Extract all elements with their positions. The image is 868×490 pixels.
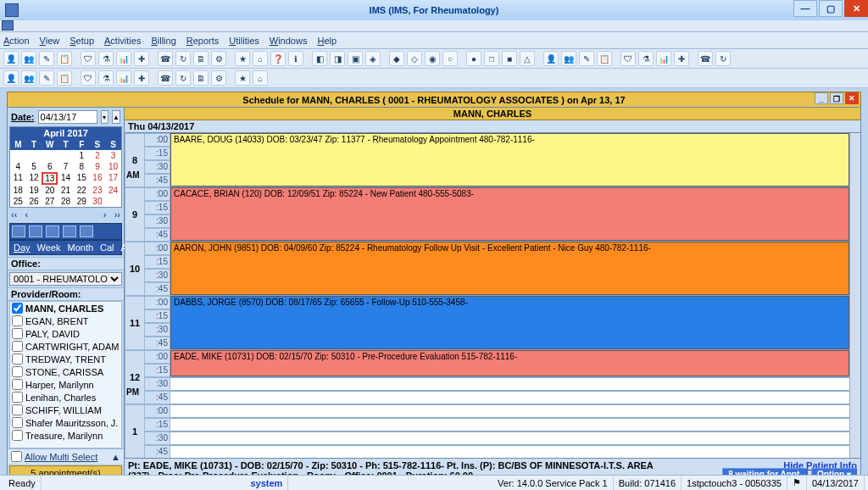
cal-day[interactable]: 17 <box>105 172 121 185</box>
appointment[interactable]: BAARE, DOUG (14033) DOB: 03/23/47 Zip: 1… <box>170 133 849 187</box>
toolbar-icon[interactable]: ❓ <box>270 51 286 66</box>
time-slot[interactable] <box>170 404 860 418</box>
toolbar-icon[interactable]: ℹ <box>288 51 303 66</box>
close-button[interactable]: ✕ <box>844 0 868 17</box>
date-spin-button[interactable]: ▲ <box>112 110 120 124</box>
view-tab-month[interactable]: Month <box>65 242 95 253</box>
cal-day[interactable]: 20 <box>42 185 58 196</box>
toolbar-icon[interactable]: ✚ <box>134 70 149 86</box>
minimize-button[interactable]: — <box>793 0 817 17</box>
cal-day[interactable]: 11 <box>10 172 26 185</box>
provider-checkbox[interactable] <box>12 392 23 403</box>
toolbar-icon[interactable]: ⚙ <box>211 51 226 66</box>
toolbar-icon[interactable]: 📋 <box>597 51 612 66</box>
toolbar-icon[interactable]: ⚗ <box>638 51 654 66</box>
toolbar-icon[interactable]: ✚ <box>134 51 149 66</box>
toolbar-icon[interactable]: ● <box>466 51 481 66</box>
cal-day[interactable]: 2 <box>90 150 106 161</box>
provider-item[interactable]: Shafer Mauritzsson, J. <box>10 416 121 429</box>
toolbar-icon[interactable]: ○ <box>442 51 458 66</box>
time-slot[interactable] <box>170 445 860 458</box>
date-dropdown-button[interactable]: ▾ <box>101 110 109 124</box>
schedule-scrollbar[interactable] <box>849 133 860 458</box>
office-dropdown[interactable]: 0001 - RHEUMATOLOGY ASSOCIATES <box>9 272 122 286</box>
toolbar-icon[interactable]: 👥 <box>561 51 576 66</box>
cal-day[interactable]: 27 <box>42 196 58 207</box>
cal-day[interactable]: 7 <box>58 161 74 172</box>
provider-checkbox[interactable] <box>12 354 23 365</box>
provider-item[interactable]: SCHIFF, WILLIAM <box>10 404 121 416</box>
menu-billing[interactable]: Billing <box>151 36 175 46</box>
cal-day[interactable]: 26 <box>26 196 42 207</box>
view-tab-week[interactable]: Week <box>36 242 63 253</box>
cal-day[interactable]: 10 <box>105 161 121 172</box>
toolbar-icon[interactable]: 📋 <box>57 51 72 66</box>
cal-day[interactable]: 23 <box>90 185 106 196</box>
toolbar-icon[interactable]: ☎ <box>698 51 713 66</box>
toolbar-icon[interactable]: ◉ <box>425 51 440 66</box>
toolbar-icon[interactable]: ☎ <box>158 51 173 66</box>
calendar[interactable]: April 2017 MTWTFSS1234567891011121314151… <box>9 126 122 208</box>
cal-day[interactable]: 19 <box>26 185 42 196</box>
toolbar-icon[interactable]: 👥 <box>21 51 36 66</box>
allow-multi-select[interactable]: Allow Multi Select ▲ <box>8 448 124 464</box>
toolbar-icon[interactable]: 👥 <box>21 70 36 86</box>
menu-help[interactable]: Help <box>317 36 337 46</box>
provider-item[interactable]: PALY, DAVID <box>10 327 121 340</box>
toolbar-icon[interactable]: ◈ <box>365 51 381 66</box>
cal-day[interactable]: 1 <box>74 150 90 161</box>
toolbar-icon[interactable]: 👤 <box>3 70 19 86</box>
cal-day[interactable]: 9 <box>90 161 106 172</box>
cal-day[interactable]: 6 <box>42 161 58 172</box>
toolbar-icon[interactable]: ✎ <box>579 51 594 66</box>
toolbar-icon[interactable]: 📊 <box>116 51 131 66</box>
provider-item[interactable]: TREDWAY, TRENT <box>10 353 121 365</box>
view-icon-4[interactable] <box>63 226 76 237</box>
toolbar-icon[interactable]: 👤 <box>3 51 19 66</box>
toolbar-icon[interactable]: ✎ <box>39 51 54 66</box>
provider-item[interactable]: Harper, Marilynn <box>10 378 121 391</box>
maximize-button[interactable]: ▢ <box>819 0 843 17</box>
toolbar-icon[interactable]: ↻ <box>175 51 191 66</box>
cal-day[interactable]: 14 <box>58 172 74 185</box>
toolbar-icon[interactable]: ↻ <box>175 70 191 86</box>
provider-checkbox[interactable] <box>12 366 23 377</box>
toolbar-icon[interactable]: ◆ <box>389 51 404 66</box>
provider-item[interactable]: Treasure, Marilynn <box>10 429 121 442</box>
toolbar-icon[interactable]: ▣ <box>348 51 363 66</box>
schedule-scroll[interactable]: AM PM 8:00:15:30:459:00:15:30:4510:00:15… <box>125 133 860 458</box>
cal-day[interactable]: 22 <box>74 185 90 196</box>
toolbar-icon[interactable]: □ <box>484 51 499 66</box>
cal-day[interactable]: 16 <box>90 172 106 185</box>
cal-day[interactable]: 12 <box>26 172 42 185</box>
cal-prev-many[interactable]: ‹‹ ‹ <box>11 209 28 220</box>
toolbar-icon[interactable]: 📊 <box>656 51 671 66</box>
toolbar-icon[interactable]: 🛡 <box>81 51 96 66</box>
cal-next-many[interactable]: › ›› <box>103 209 120 220</box>
provider-checkbox[interactable] <box>12 379 23 390</box>
appointment[interactable]: EADE, MIKE (10731) DOB: 02/15/70 Zip: 50… <box>170 350 849 376</box>
time-slot[interactable] <box>170 432 860 445</box>
provider-checkbox[interactable] <box>12 417 23 428</box>
toolbar-icon[interactable]: ◧ <box>312 51 327 66</box>
cal-day[interactable]: 3 <box>105 150 121 161</box>
time-slot[interactable] <box>170 377 860 391</box>
view-icon-3[interactable] <box>46 226 59 237</box>
toolbar-icon[interactable]: ⚗ <box>98 51 114 66</box>
menu-windows[interactable]: Windows <box>270 36 308 46</box>
time-slot[interactable] <box>170 418 860 432</box>
menu-setup[interactable]: Setup <box>70 36 94 46</box>
toolbar-icon[interactable]: ⚙ <box>211 70 226 86</box>
toolbar-icon[interactable]: 📋 <box>57 70 72 86</box>
toolbar-icon[interactable]: 🗎 <box>193 70 209 86</box>
provider-item[interactable]: CARTWRIGHT, ADAM <box>10 340 121 353</box>
provider-list[interactable]: MANN, CHARLESEGAN, BRENTPALY, DAVIDCARTW… <box>9 301 122 448</box>
toolbar-icon[interactable]: 🛡 <box>81 70 96 86</box>
doc-close-button[interactable]: ✕ <box>845 92 859 104</box>
cal-day[interactable]: 28 <box>58 196 74 207</box>
time-slot[interactable] <box>170 391 860 404</box>
provider-checkbox[interactable] <box>12 328 23 339</box>
cal-day[interactable]: 4 <box>10 161 26 172</box>
cal-day[interactable]: 24 <box>105 185 121 196</box>
toolbar-icon[interactable]: ◇ <box>407 51 422 66</box>
